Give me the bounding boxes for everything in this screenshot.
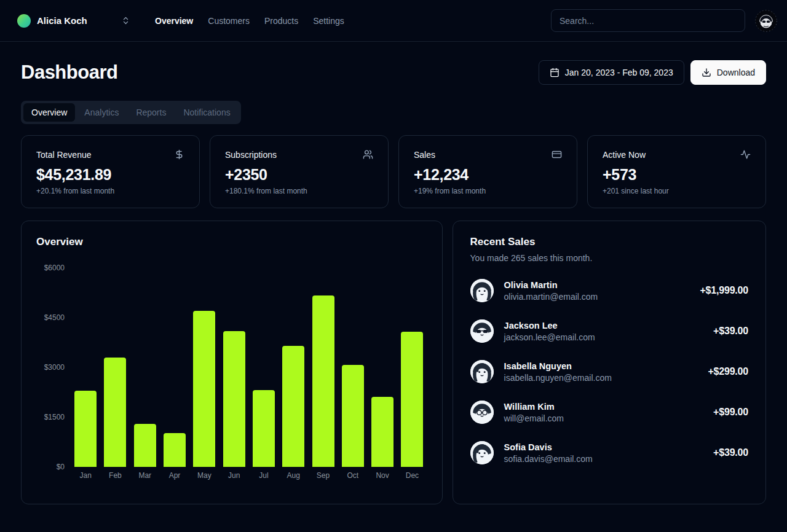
stat-value: +2350 xyxy=(225,166,373,184)
nav-link-products[interactable]: Products xyxy=(264,16,298,26)
x-tick-label: Dec xyxy=(397,471,427,480)
bar-oct xyxy=(342,365,364,467)
dashboard-page: Dashboard Jan 20, 2023 - Feb 09, 2023 Do… xyxy=(0,42,787,504)
main-nav: OverviewCustomersProductsSettings xyxy=(155,16,344,26)
sale-row-isabella-nguyen: Isabella Nguyenisabella.nguyen@email.com… xyxy=(470,360,748,383)
stat-value: $45,231.89 xyxy=(36,166,184,184)
y-tick-label: $6000 xyxy=(44,264,65,272)
x-tick-label: Oct xyxy=(338,471,368,480)
customer-name: William Kim xyxy=(504,402,564,412)
download-button[interactable]: Download xyxy=(690,60,766,85)
x-tick-label: Apr xyxy=(160,471,189,480)
customer-email: sofia.davis@email.com xyxy=(504,454,593,464)
chart-x-axis: JanFebMarAprMayJunJulAugSepOctNovDec xyxy=(71,471,427,480)
x-tick-label: Jun xyxy=(219,471,248,480)
sale-amount: +$99.00 xyxy=(713,407,748,418)
customer-email: isabella.nguyen@email.com xyxy=(504,373,612,383)
bar-jul xyxy=(253,390,275,467)
download-label: Download xyxy=(717,68,755,77)
y-tick-label: $1500 xyxy=(44,413,65,421)
stat-card-sales: Sales+12,234+19% from last month xyxy=(398,135,577,208)
bar-feb xyxy=(104,358,126,467)
customer-name: Isabella Nguyen xyxy=(504,361,612,371)
recent-sales-card: Recent Sales You made 265 sales this mon… xyxy=(453,221,766,504)
stat-value: +573 xyxy=(603,166,751,184)
sale-amount: +$1,999.00 xyxy=(700,285,748,296)
sale-row-olivia-martin: Olivia Martinolivia.martin@email.com+$1,… xyxy=(470,279,748,302)
bar-chart: $6000$4500$3000$1500$0 JanFebMarAprMayJu… xyxy=(36,268,427,480)
stat-title: Active Now xyxy=(603,150,646,160)
x-tick-label: Sep xyxy=(308,471,338,480)
tab-analytics[interactable]: Analytics xyxy=(76,103,127,122)
search-input[interactable] xyxy=(551,9,745,32)
x-tick-label: Feb xyxy=(100,471,130,480)
bar-aug xyxy=(282,346,304,467)
team-switcher[interactable]: Alicia Koch xyxy=(15,10,133,31)
x-tick-label: Aug xyxy=(279,471,308,480)
stat-note: +180.1% from last month xyxy=(225,187,373,195)
nav-link-customers[interactable]: Customers xyxy=(208,16,250,26)
users-icon xyxy=(363,149,373,160)
date-range-label: Jan 20, 2023 - Feb 09, 2023 xyxy=(565,68,673,77)
nav-link-settings[interactable]: Settings xyxy=(313,16,344,26)
team-name: Alicia Koch xyxy=(37,15,87,26)
activity-icon xyxy=(740,149,751,160)
bar-apr xyxy=(164,433,186,467)
overview-chart-card: Overview $6000$4500$3000$1500$0 JanFebMa… xyxy=(21,221,443,504)
date-range-picker[interactable]: Jan 20, 2023 - Feb 09, 2023 xyxy=(539,60,684,85)
bar-may xyxy=(193,311,215,467)
bar-jun xyxy=(223,331,245,467)
william-kim-avatar xyxy=(470,401,494,424)
y-tick-label: $3000 xyxy=(44,363,65,372)
calendar-icon xyxy=(550,68,560,77)
tab-notifications[interactable]: Notifications xyxy=(175,103,238,122)
bar-dec xyxy=(401,332,423,467)
chevrons-up-down-icon xyxy=(121,16,130,25)
stat-title: Total Revenue xyxy=(36,150,92,160)
bar-jan xyxy=(74,391,97,467)
chart-title: Overview xyxy=(36,236,427,248)
customer-email: will@email.com xyxy=(504,413,564,423)
tab-reports[interactable]: Reports xyxy=(128,103,174,122)
dollar-sign-icon xyxy=(174,149,184,160)
x-tick-label: Jul xyxy=(249,471,279,480)
customer-email: olivia.martin@email.com xyxy=(504,292,598,302)
customer-name: Olivia Martin xyxy=(504,280,598,290)
chart-y-axis: $6000$4500$3000$1500$0 xyxy=(36,268,65,467)
stat-card-subscriptions: Subscriptions+2350+180.1% from last mont… xyxy=(210,135,389,208)
download-icon xyxy=(702,68,711,77)
top-nav-bar: Alicia Koch OverviewCustomersProductsSet… xyxy=(0,0,787,42)
olivia-martin-avatar xyxy=(470,279,494,302)
sale-row-william-kim: William Kimwill@email.com+$99.00 xyxy=(470,401,748,424)
y-tick-label: $0 xyxy=(57,463,65,471)
nav-link-overview[interactable]: Overview xyxy=(155,16,193,26)
isabella-nguyen-avatar xyxy=(470,360,494,383)
recent-sales-subtitle: You made 265 sales this month. xyxy=(470,253,748,263)
chart-plot-area xyxy=(71,268,427,467)
jackson-lee-avatar xyxy=(470,319,494,343)
customer-name: Sofia Davis xyxy=(504,442,593,452)
recent-sales-title: Recent Sales xyxy=(470,236,748,248)
sofia-davis-avatar xyxy=(470,441,494,464)
bar-sep xyxy=(312,295,334,467)
stat-card-active-now: Active Now+573+201 since last hour xyxy=(587,135,766,208)
sale-amount: +$39.00 xyxy=(713,447,748,458)
sale-amount: +$39.00 xyxy=(713,326,748,337)
stat-note: +19% from last month xyxy=(414,187,562,195)
stat-title: Subscriptions xyxy=(225,150,277,160)
dashboard-tabs: OverviewAnalyticsReportsNotifications xyxy=(21,101,241,124)
user-menu-button[interactable] xyxy=(755,10,777,32)
stat-value: +12,234 xyxy=(414,166,562,184)
sale-amount: +$299.00 xyxy=(708,366,748,377)
customer-name: Jackson Lee xyxy=(504,321,595,331)
team-avatar xyxy=(17,14,31,28)
customer-email: jackson.lee@email.com xyxy=(504,332,595,342)
page-title: Dashboard xyxy=(21,61,117,84)
sale-row-jackson-lee: Jackson Leejackson.lee@email.com+$39.00 xyxy=(470,319,748,343)
credit-card-icon xyxy=(552,149,562,160)
bar-mar xyxy=(134,424,156,467)
recent-sales-list: Olivia Martinolivia.martin@email.com+$1,… xyxy=(470,279,748,464)
tab-overview[interactable]: Overview xyxy=(23,103,75,122)
x-tick-label: Jan xyxy=(71,471,100,480)
sale-row-sofia-davis: Sofia Davissofia.davis@email.com+$39.00 xyxy=(470,441,748,464)
